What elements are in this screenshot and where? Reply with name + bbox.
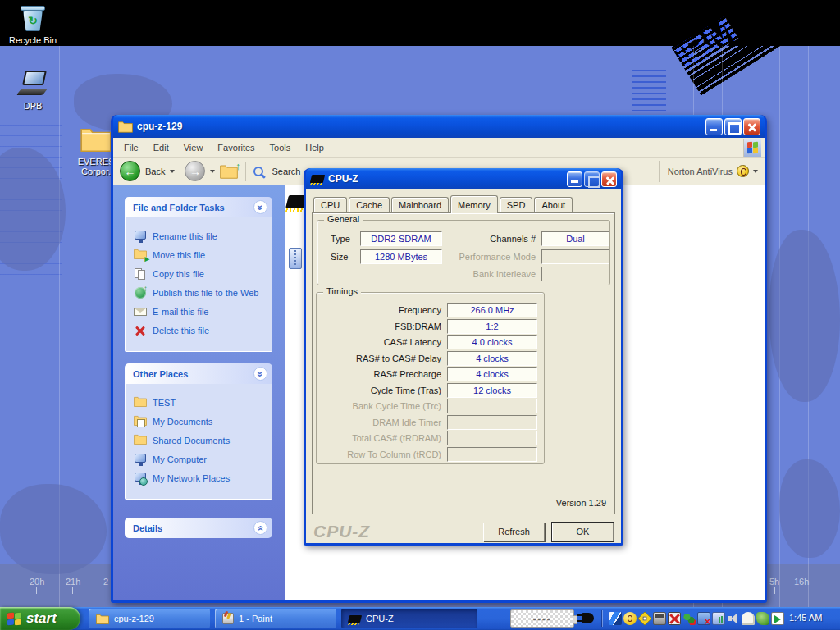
task-label: Delete this file (153, 326, 209, 336)
system-tray (609, 612, 784, 625)
menu-file[interactable]: File (116, 140, 146, 155)
desktop-icon-dpb[interactable]: DPB (3, 69, 62, 111)
tab-about[interactable]: About (534, 197, 573, 212)
tray-icon-mail-diamond[interactable] (637, 611, 652, 626)
my-computer-icon (134, 453, 147, 466)
menu-help[interactable]: Help (298, 140, 331, 155)
task-move-file[interactable]: Move this file (134, 249, 268, 262)
task-label: Copy this file (153, 269, 204, 279)
tab-memory[interactable]: Memory (450, 195, 498, 213)
fsb-dram-label: FSB:DRAM (326, 322, 441, 331)
forward-button[interactable]: → (185, 161, 205, 181)
power-plug-icon[interactable] (582, 613, 594, 623)
tray-icon-flag-window[interactable] (771, 612, 784, 625)
my-documents-icon (134, 415, 147, 428)
task-label: Move this file (153, 250, 205, 260)
group-legend: Timings (323, 286, 361, 296)
tray-icon-blocked-app[interactable] (668, 612, 681, 625)
back-dropdown-icon[interactable] (170, 170, 175, 173)
close-button[interactable] (601, 171, 617, 187)
folder-icon (134, 434, 147, 447)
norton-dropdown-icon[interactable] (753, 170, 758, 173)
version-label: Version 1.29 (556, 498, 606, 508)
tab-spd[interactable]: SPD (500, 197, 533, 212)
tab-mainboard[interactable]: Mainboard (391, 197, 449, 212)
start-button[interactable]: start (0, 607, 80, 630)
general-groupbox: General Type DDR2-SDRAM Size 1280 MBytes… (317, 220, 610, 285)
channels-label: Channels # (445, 234, 536, 244)
place-label: My Network Places (153, 473, 230, 483)
taskbar-task-explorer[interactable]: cpu-z-129 (89, 609, 210, 628)
delete-icon (134, 324, 147, 337)
tray-icon-remote-display[interactable] (712, 612, 725, 625)
total-cas-label: Total CAS# (tRDRAM) (326, 433, 441, 443)
ras-precharge-label: RAS# Precharge (326, 369, 441, 379)
timings-groupbox: Timings Frequency 266.0 MHz FSB:DRAM 1:2… (316, 292, 545, 464)
taskbar-task-paint[interactable]: 1 - Paint (215, 609, 336, 628)
taskbar-task-cpuz[interactable]: CPU-Z (341, 609, 477, 628)
norton-antivirus-control[interactable]: Norton AntiVirus (659, 161, 758, 182)
tray-icon-display-swoosh[interactable] (609, 612, 622, 625)
wallpaper-timezone-tick (72, 587, 73, 594)
place-test[interactable]: TEST (134, 396, 268, 409)
chevron-up-icon[interactable] (253, 200, 267, 214)
menu-edit[interactable]: Edit (146, 140, 176, 155)
maximize-button[interactable] (584, 171, 600, 187)
back-button[interactable]: ← (120, 161, 140, 181)
battery-meter[interactable]: ---- (510, 609, 574, 628)
wallpaper-map-shape (0, 484, 107, 574)
tray-icon-network-offline[interactable] (697, 612, 710, 625)
file-icon-archive[interactable] (289, 248, 302, 269)
dram-idle-timer-field (447, 415, 537, 430)
email-icon (134, 305, 147, 318)
taskbar: start cpu-z-129 1 - Paint CPU-Z ---- (0, 607, 840, 630)
maximize-button[interactable] (724, 118, 742, 135)
menu-tools[interactable]: Tools (262, 140, 299, 155)
menu-view[interactable]: View (176, 140, 211, 155)
panel-header-file-folder-tasks[interactable]: File and Folder Tasks (125, 197, 272, 217)
row-to-column-label: Row To Column (tRCD) (326, 450, 441, 459)
recycle-bin-icon: ↻ (3, 3, 62, 33)
taskbar-clock[interactable]: 1:45 AM (789, 613, 822, 623)
explorer-titlebar[interactable]: cpu-z-129 (113, 115, 765, 138)
panel-header-details[interactable]: Details (125, 518, 272, 538)
chip-icon (348, 615, 362, 623)
tray-icon-norton-antivirus[interactable] (623, 612, 637, 625)
task-publish-file[interactable]: Publish this file to the Web (134, 286, 268, 299)
refresh-button[interactable]: Refresh (483, 523, 545, 541)
place-shared-documents[interactable]: Shared Documents (134, 434, 268, 447)
tab-cache[interactable]: Cache (349, 197, 390, 212)
tray-icon-print-network[interactable] (653, 612, 666, 625)
menu-favorites[interactable]: Favorites (210, 140, 262, 155)
task-rename-file[interactable]: Rename this file (134, 230, 268, 243)
tray-icon-users-offline[interactable] (682, 612, 696, 625)
tray-icon-ghost-agent[interactable] (742, 612, 755, 625)
panel-header-other-places[interactable]: Other Places (125, 363, 272, 384)
ok-button[interactable]: OK (552, 523, 614, 541)
cycle-time-label: Cycle Time (Tras) (326, 386, 441, 395)
search-button[interactable]: Search (272, 167, 300, 176)
place-label: Shared Documents (153, 436, 230, 445)
forward-dropdown-icon[interactable] (210, 170, 215, 173)
task-label: 1 - Paint (239, 614, 272, 623)
tray-icon-green-agent[interactable] (756, 612, 769, 625)
place-my-documents[interactable]: My Documents (134, 415, 268, 428)
task-copy-file[interactable]: Copy this file (134, 267, 268, 281)
place-my-computer[interactable]: My Computer (134, 453, 268, 466)
up-folder-button[interactable]: ↑ (220, 164, 238, 179)
place-my-network[interactable]: My Network Places (134, 472, 268, 485)
cas-latency-label: CAS# Latency (326, 337, 441, 347)
close-button[interactable] (743, 118, 760, 135)
chevron-down-icon[interactable] (253, 521, 267, 535)
minimize-button[interactable] (705, 118, 723, 135)
cpuz-titlebar[interactable]: CPU-Z (306, 168, 621, 189)
desktop-icon-recycle-bin[interactable]: ↻ Recycle Bin (3, 3, 62, 45)
minimize-button[interactable] (567, 171, 582, 187)
toolbar-separator (245, 162, 246, 181)
tab-cpu[interactable]: CPU (313, 197, 347, 212)
task-email-file[interactable]: E-mail this file (134, 305, 268, 318)
ras-precharge-field: 4 clocks (447, 367, 537, 381)
tray-icon-volume[interactable] (727, 612, 740, 625)
task-delete-file[interactable]: Delete this file (134, 324, 268, 337)
chevron-up-icon[interactable] (253, 367, 267, 381)
